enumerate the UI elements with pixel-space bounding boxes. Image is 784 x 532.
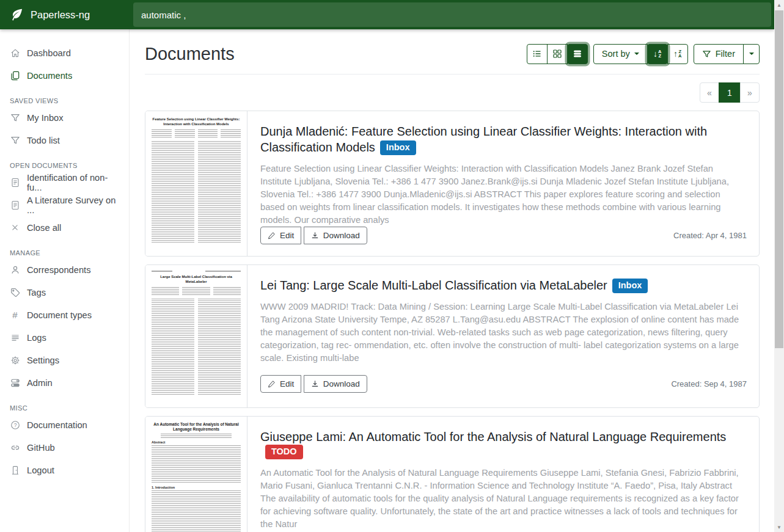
card-action-group: Edit Download — [260, 375, 367, 393]
scroll-down-icon[interactable]: ▼ — [774, 522, 784, 532]
sort-ascending-button[interactable]: ↑ZA — [667, 44, 688, 64]
documents-toolbar: Sort by ↓AZ ↑ZA — [527, 44, 760, 64]
app-brand[interactable]: Paperless-ng — [0, 8, 130, 21]
filter-icon — [10, 112, 20, 123]
sidebar-item-admin[interactable]: Admin — [0, 371, 129, 394]
sidebar-item-correspondents[interactable]: Correspondents — [0, 258, 129, 281]
sidebar-item-close-all[interactable]: Close all — [0, 216, 129, 239]
document-excerpt: Feature Selection using Linear Classifie… — [260, 162, 747, 227]
sidebar-item-open-doc-1[interactable]: Identification of non-fu... — [0, 171, 129, 194]
sidebar-item-documents[interactable]: Documents — [0, 64, 129, 87]
sidebar-item-tags[interactable]: Tags — [0, 281, 129, 304]
edit-button[interactable]: Edit — [260, 227, 301, 244]
document-thumbnail[interactable]: An Automatic Tool for the Analysis of Na… — [145, 417, 247, 532]
help-icon: ? — [10, 420, 20, 430]
tag-badge-inbox[interactable]: Inbox — [380, 140, 416, 155]
sidebar-item-logout[interactable]: Logout — [0, 459, 129, 481]
document-title-link[interactable]: Lei Tang: Large Scale Multi-Label Classi… — [260, 279, 607, 292]
sidebar-section-misc: MISC — [0, 404, 129, 412]
thumbnail-title: An Automatic Tool for the Analysis of Na… — [152, 422, 241, 432]
tag-badge-inbox[interactable]: Inbox — [612, 279, 648, 293]
pagination-next-button[interactable]: » — [740, 82, 760, 103]
created-date: Created: Sep 4, 1987 — [671, 379, 747, 388]
grid-view-icon — [552, 49, 562, 59]
sort-descending-button[interactable]: ↓AZ — [647, 44, 668, 64]
sidebar-item-document-types[interactable]: # Document types — [0, 304, 129, 326]
scroll-up-icon[interactable]: ▲ — [774, 0, 784, 10]
edit-label: Edit — [280, 379, 294, 388]
document-thumbnail[interactable]: Feature Selection using Linear Classifie… — [145, 111, 247, 256]
logs-icon — [10, 332, 20, 343]
thumbnail-title: Large Scale Multi-Label Classification v… — [152, 274, 241, 284]
sidebar-item-label: Documentation — [27, 420, 87, 430]
sidebar-item-label: A Literature Survey on ... — [27, 195, 119, 215]
gear-icon — [10, 355, 20, 365]
app-title: Paperless-ng — [31, 9, 90, 21]
download-icon — [311, 380, 319, 388]
sidebar-item-github[interactable]: GitHub — [0, 436, 129, 459]
filter-group: Filter — [694, 44, 760, 64]
sidebar-item-label: GitHub — [27, 443, 55, 453]
thumbnail-section-heading: Abstract — [152, 440, 241, 444]
filter-button[interactable]: Filter — [694, 44, 744, 64]
global-search-input[interactable] — [133, 2, 771, 27]
edit-label: Edit — [280, 231, 294, 240]
sidebar-item-label: Documents — [27, 71, 72, 81]
caret-down-icon — [749, 53, 754, 55]
filter-dropdown-button[interactable] — [743, 44, 760, 64]
logout-door-icon — [10, 465, 20, 475]
download-button[interactable]: Download — [304, 375, 367, 393]
document-card: An Automatic Tool for the Analysis of Na… — [145, 416, 760, 532]
top-navbar: Paperless-ng — [0, 0, 774, 29]
pagination-page-1-button[interactable]: 1 — [719, 82, 741, 103]
link-icon — [10, 442, 20, 453]
page-title: Documents — [145, 43, 235, 65]
sidebar-item-settings[interactable]: Settings — [0, 349, 129, 371]
sidebar-item-dashboard[interactable]: Dashboard — [0, 42, 129, 64]
sidebar-item-label: Logs — [27, 333, 46, 343]
file-text-icon — [10, 200, 20, 210]
sidebar-item-label: Document types — [27, 310, 92, 320]
document-thumbnail[interactable]: Large Scale Multi-Label Classification v… — [145, 265, 247, 407]
list-view-button[interactable] — [527, 44, 548, 64]
download-button[interactable]: Download — [304, 227, 367, 244]
sidebar-item-label: Settings — [27, 355, 59, 365]
toggles-icon — [10, 377, 20, 388]
sort-by-button[interactable]: Sort by — [593, 44, 648, 64]
svg-text:?: ? — [13, 422, 16, 428]
sidebar-item-todo-list[interactable]: Todo list — [0, 129, 129, 151]
sidebar-item-label: Admin — [27, 378, 53, 388]
thumbnail-title: Feature Selection using Linear Classifie… — [152, 117, 241, 126]
sidebar-item-label: Logout — [27, 465, 54, 475]
filter-label: Filter — [716, 49, 735, 59]
browser-scrollbar[interactable]: ▲ ▼ — [774, 0, 784, 532]
grid-view-button[interactable] — [547, 44, 568, 64]
sidebar-item-label: Correspondents — [27, 265, 91, 275]
edit-button[interactable]: Edit — [260, 375, 301, 393]
sort-alpha-up-icon: ↑ZA — [673, 49, 681, 58]
pagination: « 1 » — [145, 82, 760, 103]
document-card: Large Scale Multi-Label Classification v… — [145, 264, 760, 408]
sidebar-section-saved-views: SAVED VIEWS — [0, 97, 129, 104]
documents-icon — [10, 70, 20, 81]
sidebar-item-documentation[interactable]: ? Documentation — [0, 414, 129, 436]
download-icon — [311, 231, 319, 239]
pencil-icon — [268, 231, 276, 239]
scrollbar-thumb[interactable] — [775, 10, 783, 348]
detail-view-icon — [573, 49, 582, 59]
sidebar-item-logs[interactable]: Logs — [0, 326, 129, 349]
home-icon — [10, 48, 20, 58]
pagination-prev-button[interactable]: « — [700, 82, 719, 103]
tag-badge-todo[interactable]: TODO — [265, 445, 303, 459]
view-toggle-group — [527, 44, 588, 64]
document-title-link[interactable]: Giuseppe Lami: An Automatic Tool for the… — [260, 430, 726, 443]
detail-view-button[interactable] — [567, 44, 588, 64]
sidebar-item-label: My Inbox — [27, 113, 64, 123]
sidebar-item-label: Todo list — [27, 136, 60, 145]
download-label: Download — [323, 231, 360, 240]
document-card: Feature Selection using Linear Classifie… — [145, 111, 760, 257]
document-title-link[interactable]: Dunja Mladenić: Feature Selection using … — [260, 125, 707, 154]
sidebar-item-open-doc-2[interactable]: A Literature Survey on ... — [0, 194, 129, 216]
card-action-group: Edit Download — [260, 227, 367, 244]
sidebar-item-my-inbox[interactable]: My Inbox — [0, 106, 129, 129]
